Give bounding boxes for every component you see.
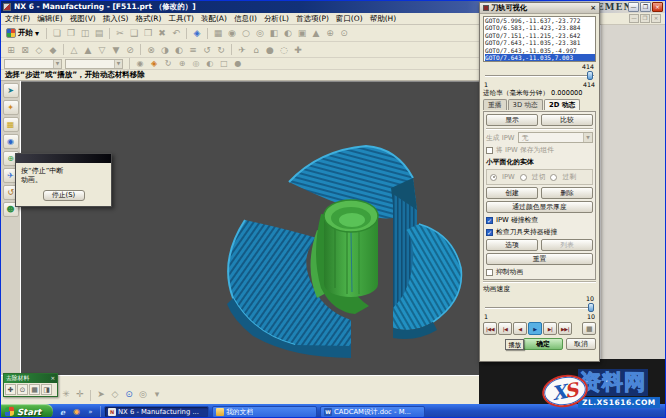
magnifier-icon[interactable]: ⊙ bbox=[122, 387, 136, 401]
zoom-in-icon[interactable]: ⊕ bbox=[323, 27, 337, 40]
menu-file[interactable]: 文件(F) bbox=[5, 14, 30, 24]
zoom-out-icon[interactable]: ⊙ bbox=[337, 27, 351, 40]
step-forward-icon[interactable]: ▶| bbox=[543, 322, 557, 335]
goto-line[interactable]: GOTO/5.996,-11.637,-23.772 bbox=[485, 17, 595, 24]
pan-icon[interactable]: ✚ bbox=[5, 384, 16, 395]
radio-ipw[interactable] bbox=[490, 174, 497, 181]
verify-toolpath-icon[interactable]: ▼ bbox=[109, 43, 123, 56]
simulate-machine-icon[interactable]: ◑ bbox=[158, 43, 172, 56]
menu-format[interactable]: 格式(R) bbox=[135, 14, 161, 24]
rotate-view-icon[interactable]: ↻ bbox=[161, 59, 175, 69]
refresh-icon[interactable]: ↺ bbox=[200, 43, 214, 56]
zoom-icon[interactable]: ⊙ bbox=[17, 384, 28, 395]
fit-view-icon[interactable]: ◎ bbox=[189, 59, 203, 69]
thickness-by-color-button[interactable]: 通过颜色显示厚度 bbox=[486, 201, 593, 213]
open-icon[interactable]: ❐ bbox=[64, 27, 78, 40]
mini-close-icon[interactable]: × bbox=[50, 374, 55, 383]
selection-filter-combo[interactable]: ▼ bbox=[65, 59, 123, 69]
menu-window[interactable]: 窗口(O) bbox=[336, 14, 363, 24]
stop-button[interactable]: 停止(S) bbox=[43, 190, 85, 201]
paste-icon[interactable]: ❒ bbox=[141, 27, 155, 40]
cube-wire-icon[interactable]: ◇ bbox=[108, 387, 122, 401]
goto-line[interactable]: GOTO/6.583,-11.423,-23.884 bbox=[485, 24, 595, 31]
undo-icon[interactable]: ↶ bbox=[169, 27, 183, 40]
render-style-icon[interactable]: ◎ bbox=[136, 387, 150, 401]
postprocess-icon[interactable]: ⊘ bbox=[123, 43, 137, 56]
start-button[interactable]: Start bbox=[1, 404, 53, 418]
options-button[interactable]: 选项 bbox=[486, 239, 538, 251]
list-button[interactable]: 列表 bbox=[541, 239, 593, 251]
menu-analysis[interactable]: 分析(L) bbox=[264, 14, 289, 24]
rewind-to-start-icon[interactable]: |◀◀ bbox=[483, 322, 497, 335]
wand-icon[interactable]: ✳ bbox=[59, 387, 73, 401]
snap-point-icon[interactable]: ◉ bbox=[133, 59, 147, 69]
generate-toolpath-icon[interactable]: ▲ bbox=[81, 43, 95, 56]
menu-tools[interactable]: 工具(T) bbox=[168, 14, 193, 24]
crosshair-icon[interactable]: ✛ bbox=[73, 387, 87, 401]
close-icon[interactable]: × bbox=[652, 2, 663, 12]
grid-icon[interactable]: ▣ bbox=[295, 27, 309, 40]
speed-slider[interactable] bbox=[483, 303, 596, 312]
compare-button[interactable]: 比较 bbox=[541, 114, 593, 126]
cube-view-icon[interactable]: □ bbox=[217, 59, 231, 69]
ipw-collision-checkbox[interactable]: ✓ bbox=[486, 217, 493, 224]
machine-setup-icon[interactable]: ◐ bbox=[172, 43, 186, 56]
print-icon[interactable]: ▤ bbox=[92, 27, 106, 40]
create-tool-icon[interactable]: ◇ bbox=[32, 43, 46, 56]
constraint-navigator-icon[interactable]: ✦ bbox=[3, 100, 19, 115]
touch-mode-icon[interactable]: ◈ bbox=[190, 27, 204, 40]
selection-scope-combo[interactable]: ▼ bbox=[4, 59, 62, 69]
media-player-icon[interactable]: ◉ bbox=[71, 406, 82, 417]
create-operation-icon[interactable]: ⊞ bbox=[4, 43, 18, 56]
delete-icon[interactable]: ✖ bbox=[155, 27, 169, 40]
taskbar-item-documents[interactable]: 我的文档 bbox=[212, 406, 317, 418]
radio-excess[interactable] bbox=[550, 174, 557, 181]
tab-2d-dynamic[interactable]: 2D 动态 bbox=[544, 99, 580, 110]
sphere-view-icon[interactable]: ● bbox=[231, 59, 245, 69]
tab-3d-dynamic[interactable]: 3D 动态 bbox=[508, 99, 543, 110]
geometry-group-icon[interactable]: ◆ bbox=[46, 43, 60, 56]
menu-view[interactable]: 视图(V) bbox=[70, 14, 96, 24]
stop-playback-icon[interactable]: ■ bbox=[582, 322, 596, 335]
select-arrow-icon[interactable]: ➤ bbox=[94, 387, 108, 401]
more-options-icon[interactable]: ▾ bbox=[150, 387, 164, 401]
menu-preferences[interactable]: 首选项(P) bbox=[296, 14, 329, 24]
minimize-icon[interactable]: — bbox=[628, 2, 639, 12]
cancel-button[interactable]: 取消 bbox=[566, 338, 596, 350]
reset-button[interactable]: 重置 bbox=[486, 253, 593, 265]
child-close-icon[interactable]: × bbox=[651, 14, 661, 23]
restore-icon[interactable]: ❐ bbox=[640, 2, 651, 12]
goto-line[interactable]: GOTO/7.151,-11.215,-23.642 bbox=[485, 32, 595, 39]
slider-thumb[interactable] bbox=[587, 71, 593, 80]
dialog-close-icon[interactable]: × bbox=[590, 4, 596, 12]
copy-icon[interactable]: ❑ bbox=[127, 27, 141, 40]
progress-slider[interactable] bbox=[483, 71, 596, 80]
operation-list-icon[interactable]: ≡ bbox=[186, 43, 200, 56]
program-group-icon[interactable]: ⊠ bbox=[18, 43, 32, 56]
ok-button[interactable]: 确定 bbox=[523, 338, 563, 350]
save-ipw-checkbox[interactable] bbox=[486, 147, 493, 154]
menu-assemblies[interactable]: 装配(A) bbox=[201, 14, 227, 24]
save-icon[interactable]: ◫ bbox=[78, 27, 92, 40]
regenerate-icon[interactable]: ↻ bbox=[214, 43, 228, 56]
slider-thumb[interactable] bbox=[588, 303, 594, 312]
selection-filter-icon[interactable]: ◌ bbox=[277, 43, 291, 56]
replay-toolpath-icon[interactable]: ▽ bbox=[95, 43, 109, 56]
orient-view-icon[interactable]: ▲ bbox=[309, 27, 323, 40]
shop-doc-icon[interactable]: ⊗ bbox=[144, 43, 158, 56]
play-backward-icon[interactable]: ◀ bbox=[513, 322, 527, 335]
fill-display-icon[interactable]: ▦ bbox=[29, 384, 40, 395]
show-button[interactable]: 显示 bbox=[486, 114, 538, 126]
add-icon[interactable]: ✚ bbox=[291, 43, 305, 56]
shaded-display-icon[interactable]: ▦ bbox=[211, 27, 225, 40]
half-shade-icon[interactable]: ◐ bbox=[281, 27, 295, 40]
radio-gouge[interactable] bbox=[520, 174, 527, 181]
menu-information[interactable]: 信息(I) bbox=[234, 14, 257, 24]
menu-insert[interactable]: 插入(S) bbox=[103, 14, 129, 24]
quick-launch-overflow-icon[interactable]: » bbox=[85, 406, 96, 417]
new-icon[interactable]: ❏ bbox=[50, 27, 64, 40]
section-display-icon[interactable]: ◨ bbox=[41, 384, 52, 395]
object-display-icon[interactable]: ● bbox=[263, 43, 277, 56]
taskbar-item-word-doc[interactable]: W CADCAM设计.doc - M... bbox=[320, 406, 425, 418]
graphics-viewport[interactable] bbox=[21, 81, 479, 375]
